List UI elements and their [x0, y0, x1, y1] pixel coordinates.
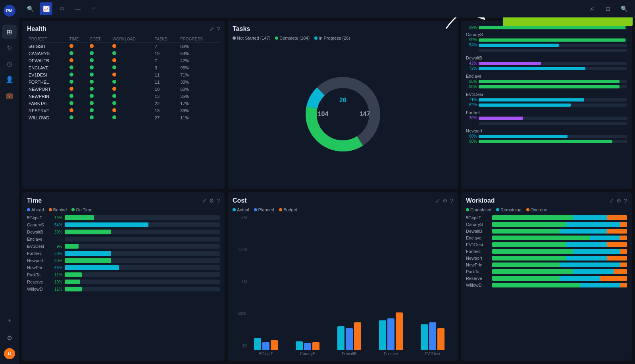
cost-info-icon[interactable]: ? [450, 197, 453, 204]
cost-status [88, 86, 111, 93]
health-table-row: DEWALTB 7 42% [27, 57, 220, 64]
time-status [68, 64, 88, 71]
time-bar-item: NewPrin 35% [27, 265, 220, 270]
sidebar-settings-icon[interactable]: ⚙ [2, 331, 17, 345]
time-bar-item: Newport 30% [27, 258, 220, 263]
time-info-icon[interactable]: ? [217, 197, 220, 204]
donut-chart: 104 147 26 [299, 71, 387, 158]
project-name: ENCLAVE [27, 64, 68, 71]
sidebar-portfolio-icon[interactable]: 💼 [2, 88, 17, 102]
time-status [68, 71, 88, 79]
tasks-count: 11 [153, 71, 179, 79]
sidebar-clock-icon[interactable]: ◷ [2, 56, 17, 71]
toolbar-link-icon[interactable]: — [71, 2, 84, 15]
sidebar-team-icon[interactable]: 👤 [2, 72, 17, 86]
workload-bar-item: CanaryS [466, 222, 627, 227]
tasks-title: Tasks [233, 25, 250, 33]
tasks-count: 3 [153, 64, 179, 71]
workload-title: Workload [466, 197, 495, 204]
project-name: NEWPRIN [27, 93, 68, 100]
legend-ahead: Ahead [27, 207, 44, 212]
health-info-icon[interactable]: ? [217, 26, 220, 32]
progress-pct: 11% [179, 114, 220, 121]
progress-item: FortheL 30% 0% [466, 110, 627, 125]
time-panel-icons: ⤢ ⚙ ? [202, 197, 220, 204]
workload-panel-icons: ⤢ ⚙ ? [609, 197, 627, 204]
toolbar-branch-icon[interactable]: ⑂ [87, 2, 100, 15]
cost-status [88, 114, 111, 121]
progress-pct: 95% [179, 64, 220, 71]
col-workload: WORKLOAD [111, 36, 153, 43]
toolbar-copy-icon[interactable]: ⧉ [56, 2, 68, 15]
cost-expand-icon[interactable]: ⤢ [435, 197, 440, 204]
time-settings-icon[interactable]: ⚙ [209, 197, 214, 204]
workload-status [111, 71, 153, 79]
time-header: Time ⤢ ⚙ ? [27, 197, 220, 204]
health-table-row: NEWPRIN 13 35% [27, 93, 220, 100]
time-status [68, 100, 88, 107]
time-legend: Ahead Behind On Time [27, 207, 220, 212]
progress-pct: 80% [179, 43, 220, 50]
toolbar: 🔍 📈 ⧉ — ⑂ 🖨 ⊟ 🔍 [19, 0, 635, 17]
cta-button[interactable]: Click here to start free trial [503, 17, 633, 26]
toolbar-print-icon[interactable]: 🖨 [586, 2, 598, 15]
time-status [68, 86, 88, 93]
tasks-count: 22 [153, 100, 179, 107]
cost-legend: Actual Planned Budget [233, 207, 453, 212]
tasks-count: 7 [153, 57, 179, 64]
legend-remaining: Remaining [496, 207, 521, 212]
progress-item: Enclave 95% 95% [466, 74, 627, 89]
project-name: PARKTAL [27, 100, 68, 107]
progress-pct: 30% [179, 79, 220, 86]
cost-status [88, 71, 111, 79]
toolbar-search-right-icon[interactable]: 🔍 [618, 2, 630, 15]
workload-status [111, 79, 153, 86]
sidebar-home-icon[interactable]: ⊞ [2, 25, 17, 39]
tasks-count: 10 [153, 86, 179, 93]
time-expand-icon[interactable]: ⤢ [202, 197, 207, 204]
workload-bar-item: Reserve [466, 276, 627, 281]
time-bar-item: WillowD 11% [27, 287, 220, 291]
cost-status [88, 93, 111, 100]
cost-status [88, 50, 111, 57]
col-progress: PROGRESS [179, 36, 220, 43]
project-name: RESERVE [27, 107, 68, 114]
legend-not-started: Not Started (147) [233, 36, 270, 40]
workload-panel: Workload ⤢ ⚙ ? Completed Remaining Overd… [461, 192, 632, 361]
project-name: EV1DESI [27, 71, 68, 79]
toolbar-filter-icon[interactable]: ⊟ [602, 2, 614, 15]
workload-info-icon[interactable]: ? [624, 197, 627, 204]
sidebar-refresh-icon[interactable]: ↻ [2, 40, 17, 55]
health-panel-icons: ⤢ ? [210, 26, 220, 32]
cost-settings-icon[interactable]: ⚙ [443, 197, 448, 204]
progress-item: DewaltB 42% 72% [466, 56, 627, 71]
app-logo[interactable]: PM [4, 5, 15, 17]
workload-settings-icon[interactable]: ⚙ [616, 197, 622, 204]
progress-pct: 17% [179, 100, 220, 107]
time-title: Time [27, 197, 42, 204]
progress-pct: 60% [179, 86, 220, 93]
health-table-row: 5GIGSIT 7 80% [27, 43, 220, 50]
cost-status [88, 79, 111, 86]
health-expand-icon[interactable]: ⤢ [210, 26, 214, 32]
user-avatar[interactable]: U [4, 348, 15, 359]
toolbar-search-icon[interactable]: 🔍 [24, 2, 37, 15]
legend-behind: Behind [49, 207, 67, 212]
time-bar-item: 5GigsIT 19% [27, 215, 220, 220]
legend-budget: Budget [279, 207, 297, 212]
progress-item: EV1Desi 71% 62% [466, 92, 627, 107]
workload-status [111, 50, 153, 57]
health-table-row: FORTHEL 11 30% [27, 79, 220, 86]
cost-status [88, 43, 111, 50]
workload-expand-icon[interactable]: ⤢ [609, 197, 614, 204]
project-name: FORTHEL [27, 79, 68, 86]
donut-container: 104 147 26 [233, 44, 453, 184]
sidebar-add-icon[interactable]: + [2, 313, 17, 328]
health-table-row: CANARYS 19 54% [27, 50, 220, 57]
workload-status [111, 64, 153, 71]
toolbar-chart-icon[interactable]: 📈 [40, 2, 52, 15]
time-status [68, 50, 88, 57]
col-tasks: TASKS [153, 36, 179, 43]
svg-text:26: 26 [339, 97, 346, 103]
progress-pct: 39% [179, 107, 220, 114]
